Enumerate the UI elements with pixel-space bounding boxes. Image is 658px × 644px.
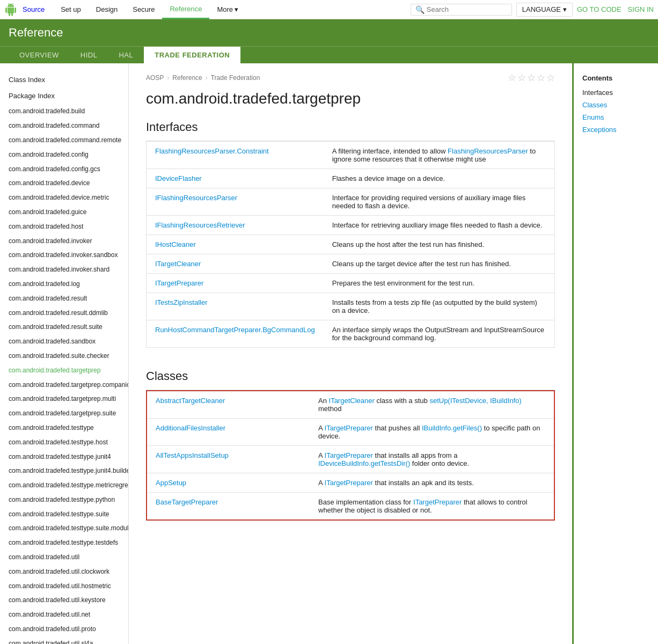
nav-setup[interactable]: Set up — [53, 0, 89, 19]
interface-link-5[interactable]: IHostCleaner — [155, 240, 196, 248]
interface-link-3[interactable]: IFlashingResourcesParser — [155, 194, 237, 202]
interface-desc-3: Interface for providing required version… — [324, 188, 555, 216]
toc-item-interfaces[interactable]: Interfaces — [574, 86, 658, 99]
star-rating[interactable]: ☆ ☆ ☆ ☆ ☆ — [508, 72, 555, 84]
sec-nav-hidl[interactable]: HIDL — [70, 47, 108, 63]
table-row: IFlashingResourcesParser Interface for p… — [147, 188, 555, 216]
sidebar-item-testtype-testdefs[interactable]: com.android.tradefed.testtype.testdefs — [0, 536, 128, 550]
sidebar-item-package-index[interactable]: Package Index — [0, 88, 128, 104]
toc-item-classes[interactable]: Classes — [574, 99, 658, 111]
class-desc-link-1a[interactable]: ITargetCleaner — [329, 397, 375, 405]
class-desc-link-5a[interactable]: ITargetPreparer — [413, 498, 462, 506]
class-desc-link-3b[interactable]: IDeviceBuildInfo.getTestsDir() — [318, 459, 410, 467]
sidebar-item-testtype-junit4[interactable]: com.android.tradefed.testtype.junit4 — [0, 450, 128, 464]
sidebar-item-result-suite[interactable]: com.android.tradefed.result.suite — [0, 320, 128, 334]
interface-link-7[interactable]: ITargetPreparer — [155, 279, 203, 287]
star-4[interactable]: ☆ — [537, 72, 545, 84]
toc-item-exceptions[interactable]: Exceptions — [574, 123, 658, 136]
interface-link-8[interactable]: ITestsZipInstaller — [155, 298, 208, 306]
interface-link-2[interactable]: IDeviceFlasher — [155, 174, 202, 182]
sidebar-item-class-index[interactable]: Class Index — [0, 72, 128, 88]
class-desc-link-4a[interactable]: ITargetPreparer — [325, 479, 373, 487]
breadcrumb-aosp[interactable]: AOSP — [146, 74, 164, 82]
sidebar-item-testtype-metricregression[interactable]: com.android.tradefed.testtype.metricregr… — [0, 478, 128, 493]
star-2[interactable]: ☆ — [517, 72, 526, 84]
sidebar-item-config-gcs[interactable]: com.android.tradefed.config.gcs — [0, 162, 128, 177]
sidebar-item-util-net[interactable]: com.android.tradefed.util.net — [0, 608, 128, 622]
toc-item-enums[interactable]: Enums — [574, 111, 658, 123]
sidebar-item-util[interactable]: com.android.tradefed.util — [0, 550, 128, 565]
sidebar-item-testtype[interactable]: com.android.tradefed.testtype — [0, 421, 128, 435]
sidebar-item-testtype-host[interactable]: com.android.tradefed.testtype.host — [0, 435, 128, 450]
star-1[interactable]: ☆ — [508, 72, 516, 84]
sidebar-item-testtype-suite-module[interactable]: com.android.tradefed.testtype.suite.modu… — [0, 521, 128, 536]
sec-nav-overview[interactable]: OVERVIEW — [9, 47, 70, 63]
nav-reference[interactable]: Reference — [162, 0, 209, 19]
nav-secure[interactable]: Secure — [125, 0, 162, 19]
sidebar-item-targetprep-companion[interactable]: com.android.tradefed.targetprep.companio… — [0, 378, 128, 392]
sidebar-item-result-ddmlib[interactable]: com.android.tradefed.result.ddmlib — [0, 306, 128, 320]
interface-desc-9: An interface simply wraps the OutputStre… — [324, 320, 555, 348]
sidebar-item-targetprep-multi[interactable]: com.android.tradefed.targetprep.multi — [0, 392, 128, 406]
interface-desc-link-1[interactable]: FlashingResourcesParser — [448, 147, 528, 155]
interface-link-6[interactable]: ITargetCleaner — [155, 260, 201, 268]
class-link-5[interactable]: BaseTargetPreparer — [156, 498, 218, 506]
sidebar-item-util-proto[interactable]: com.android.tradefed.util.proto — [0, 622, 128, 636]
class-desc-link-2a[interactable]: ITargetPreparer — [325, 424, 373, 432]
table-row: IDeviceFlasher Flashes a device image on… — [147, 169, 555, 188]
sidebar-item-build[interactable]: com.android.tradefed.build — [0, 104, 128, 119]
sidebar-item-testtype-python[interactable]: com.android.tradefed.testtype.python — [0, 493, 128, 507]
interfaces-table: FlashingResourcesParser.Constraint A fil… — [146, 141, 555, 348]
dropdown-chevron-icon: ▾ — [235, 5, 238, 13]
classes-table: AbstractTargetCleaner An ITargetCleaner … — [146, 390, 555, 521]
sidebar-item-device-metric[interactable]: com.android.tradefed.device.metric — [0, 191, 128, 205]
nav-design[interactable]: Design — [89, 0, 125, 19]
search-input[interactable] — [427, 5, 507, 13]
sidebar-item-command[interactable]: com.android.tradefed.command — [0, 119, 128, 133]
star-5[interactable]: ☆ — [546, 72, 555, 84]
language-selector[interactable]: LANGUAGE ▾ — [516, 3, 573, 17]
sidebar-item-command-remote[interactable]: com.android.tradefed.command.remote — [0, 133, 128, 148]
interface-link-1[interactable]: FlashingResourcesParser.Constraint — [155, 147, 269, 155]
table-row: FlashingResourcesParser.Constraint A fil… — [147, 142, 555, 169]
class-link-2[interactable]: AdditionalFilesInstaller — [156, 424, 225, 432]
sidebar-item-invoker[interactable]: com.android.tradefed.invoker — [0, 234, 128, 248]
interface-link-9[interactable]: RunHostCommandTargetPreparer.BgCommandLo… — [155, 326, 315, 334]
star-3[interactable]: ☆ — [527, 72, 536, 84]
sec-nav-trade-federation[interactable]: TRADE FEDERATION — [144, 47, 240, 63]
class-desc-4: A ITargetPreparer that installs an apk a… — [310, 473, 554, 493]
sidebar-item-suite-checker[interactable]: com.android.tradefed.suite.checker — [0, 349, 128, 363]
sidebar-item-host[interactable]: com.android.tradefed.host — [0, 219, 128, 234]
sidebar-item-targetprep[interactable]: com.android.tradefed.targetprep — [0, 363, 128, 378]
sign-in-button[interactable]: SIGN IN — [628, 5, 654, 13]
sidebar-item-result[interactable]: com.android.tradefed.result — [0, 291, 128, 306]
breadcrumb-reference[interactable]: Reference — [172, 74, 202, 82]
sidebar-item-invoker-shard[interactable]: com.android.tradefed.invoker.shard — [0, 262, 128, 277]
sidebar-item-testtype-suite[interactable]: com.android.tradefed.testtype.suite — [0, 507, 128, 522]
class-link-4[interactable]: AppSetup — [156, 479, 186, 487]
sec-nav-hal[interactable]: HAL — [108, 47, 144, 63]
sidebar-item-device[interactable]: com.android.tradefed.device — [0, 176, 128, 191]
class-desc-link-1b[interactable]: setUp(ITestDevice, IBuildInfo) — [429, 397, 521, 405]
class-desc-link-3a[interactable]: ITargetPreparer — [325, 451, 373, 459]
interface-desc-7: Prepares the test environment for the te… — [324, 274, 555, 293]
interface-link-4[interactable]: IFlashingResourcesRetriever — [155, 221, 245, 229]
sidebar-item-util-clockwork[interactable]: com.android.tradefed.util.clockwork — [0, 565, 128, 579]
nav-more[interactable]: More ▾ — [209, 0, 246, 19]
sidebar-item-config[interactable]: com.android.tradefed.config — [0, 148, 128, 162]
sidebar-item-util-sl4a[interactable]: com.android.tradefed.util.sl4a — [0, 636, 128, 644]
class-desc-link-2b[interactable]: IBuildInfo.getFiles() — [422, 424, 482, 432]
site-logo[interactable]: Source — [4, 3, 45, 16]
sidebar-item-targetprep-suite[interactable]: com.android.tradefed.targetprep.suite — [0, 406, 128, 421]
sidebar-item-util-keystore[interactable]: com.android.tradefed.util.keystore — [0, 593, 128, 608]
class-link-3[interactable]: AllTestAppsInstallSetup — [156, 451, 229, 459]
sidebar-item-invoker-sandbox[interactable]: com.android.tradefed.invoker.sandbox — [0, 248, 128, 262]
table-row: AllTestAppsInstallSetup A ITargetPrepare… — [147, 446, 554, 473]
sidebar-item-sandbox[interactable]: com.android.tradefed.sandbox — [0, 334, 128, 349]
sidebar-item-testtype-junit4-builder[interactable]: com.android.tradefed.testtype.junit4.bui… — [0, 464, 128, 478]
sidebar-item-log[interactable]: com.android.tradefed.log — [0, 277, 128, 291]
sidebar-item-guice[interactable]: com.android.tradefed.guice — [0, 205, 128, 219]
sidebar-item-util-hostmetric[interactable]: com.android.tradefed.util.hostmetric — [0, 579, 128, 594]
class-link-1[interactable]: AbstractTargetCleaner — [156, 397, 225, 405]
goto-code-button[interactable]: GO TO CODE — [577, 5, 622, 13]
